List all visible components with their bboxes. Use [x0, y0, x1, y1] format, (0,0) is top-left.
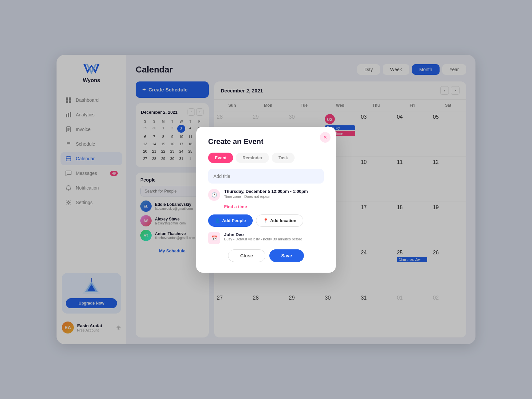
- calendar-event-row: 📅 John Deo Busy - Default visibilty - no…: [208, 232, 324, 244]
- event-type-tabs: Event Reminder Task: [208, 153, 324, 163]
- event-type-event[interactable]: Event: [208, 153, 233, 163]
- event-type-task[interactable]: Task: [272, 153, 295, 163]
- modal-close-button[interactable]: ✕: [320, 132, 331, 143]
- find-time-link[interactable]: Find a time: [208, 204, 324, 209]
- add-location-button[interactable]: 📍 Add location: [256, 214, 304, 227]
- modal-overlay[interactable]: Create an Event ✕ Event Reminder Task 🕐 …: [0, 0, 532, 399]
- datetime-sub: Time zone - Does not repeat: [224, 195, 308, 199]
- event-type-reminder[interactable]: Reminder: [236, 153, 269, 163]
- location-icon: 📍: [263, 218, 268, 223]
- modal-footer: Close Save: [208, 249, 324, 262]
- modal-actions-row: 👤 Add People 📍 Add location: [208, 214, 324, 227]
- save-button[interactable]: Save: [269, 249, 304, 262]
- datetime-main: Thursday, December 5 12:00pm - 1:00pm: [224, 189, 308, 194]
- create-event-modal: Create an Event ✕ Event Reminder Task 🕐 …: [196, 127, 336, 273]
- close-button[interactable]: Close: [228, 249, 265, 262]
- add-people-button[interactable]: 👤 Add People: [208, 214, 253, 227]
- calendar-event-detail: Busy - Default visibilty - notity 30 min…: [224, 237, 302, 241]
- calendar-event-icon: 📅: [208, 232, 220, 244]
- people-icon: 👤: [215, 218, 220, 223]
- calendar-event-name: John Deo: [224, 232, 302, 237]
- datetime-row: 🕐 Thursday, December 5 12:00pm - 1:00pm …: [208, 189, 324, 201]
- clock-icon: 🕐: [208, 189, 220, 201]
- event-title-input[interactable]: [208, 169, 324, 184]
- modal-title: Create an Event: [208, 137, 324, 146]
